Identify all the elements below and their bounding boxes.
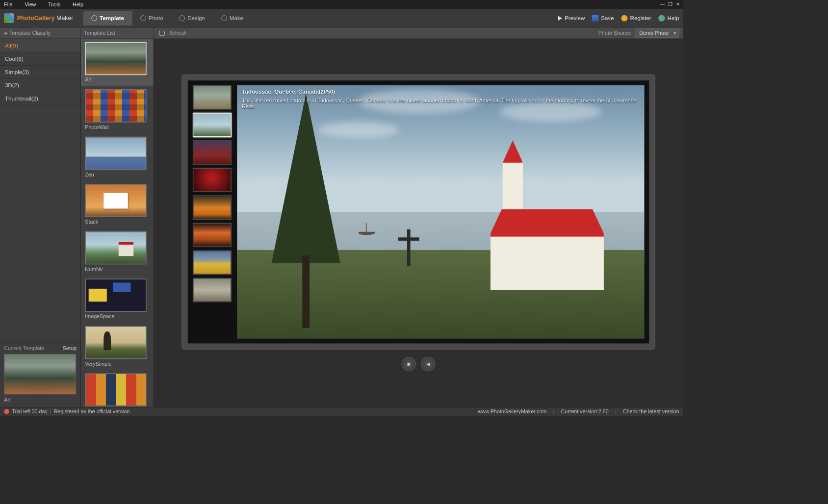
menu-help[interactable]: Help bbox=[73, 1, 83, 7]
template-thumb bbox=[85, 326, 146, 359]
template-item-art[interactable]: Art bbox=[81, 39, 154, 86]
action-label: Help bbox=[668, 15, 679, 21]
template-label: NumNv bbox=[85, 266, 149, 272]
statusbar: Trial left 30 day | Registered as the of… bbox=[0, 407, 683, 416]
classify-sidebar: All(9) Cool(6) Simple(3) 3D(2) Thumbnail… bbox=[0, 39, 81, 407]
template-list-header: Template List bbox=[81, 27, 154, 38]
classify-list: All(9) Cool(6) Simple(3) 3D(2) Thumbnail… bbox=[0, 39, 80, 343]
menubar: File View Tools Help — ❐ ✕ bbox=[0, 0, 683, 9]
logo-text-secondary: Maker bbox=[55, 15, 74, 22]
close-icon[interactable]: ✕ bbox=[676, 1, 680, 7]
rail-thumb[interactable] bbox=[193, 168, 232, 192]
tab-label: Make bbox=[230, 15, 243, 21]
make-icon bbox=[221, 15, 227, 21]
design-icon bbox=[180, 15, 185, 21]
template-item-numnv[interactable]: NumNv bbox=[81, 228, 154, 276]
photo-source-dropdown[interactable]: Demo Photo bbox=[635, 28, 679, 38]
template-item-zen[interactable]: Zen bbox=[81, 133, 154, 181]
classify-label: Template Classify bbox=[9, 30, 51, 36]
logo-text: PhotoGallery Maker bbox=[17, 15, 74, 22]
sound-button[interactable]: ◄ bbox=[421, 357, 436, 372]
setup-button[interactable]: Setup bbox=[63, 346, 77, 352]
preview-frame: Tadoussac, Quebec, Canada(2//50) This li… bbox=[181, 75, 655, 350]
rail-thumb[interactable] bbox=[193, 113, 232, 137]
tab-design[interactable]: Design bbox=[171, 11, 213, 25]
status-trial: Trial left 30 day bbox=[12, 408, 48, 414]
rail-thumb[interactable] bbox=[193, 223, 232, 248]
action-label: Save bbox=[601, 15, 614, 21]
toolbar-actions: Preview Save Register Help bbox=[558, 15, 679, 21]
template-item-imagespace[interactable]: ImageSpace bbox=[81, 276, 154, 323]
menu-view[interactable]: View bbox=[25, 1, 36, 7]
classify-item-thumbnail[interactable]: Thumbnail(2) bbox=[0, 92, 80, 105]
template-label: VerySimple bbox=[85, 361, 149, 367]
tab-template[interactable]: Template bbox=[83, 11, 132, 25]
preview-inner: Tadoussac, Quebec, Canada(2//50) This li… bbox=[188, 80, 649, 343]
classify-item-simple[interactable]: Simple(3) bbox=[0, 66, 80, 79]
photo-source-label: Photo Source: bbox=[598, 30, 632, 36]
subbar: ◂ Template Classify Template List Refres… bbox=[0, 27, 683, 39]
status-version: Current version:2.80 bbox=[561, 408, 609, 414]
playback-controls: ■ ◄ bbox=[401, 357, 435, 372]
rail-thumb[interactable] bbox=[193, 140, 232, 165]
template-item-photowall[interactable]: PhotoWall bbox=[81, 86, 154, 134]
stop-button[interactable]: ■ bbox=[401, 357, 416, 372]
rail-thumb[interactable] bbox=[193, 85, 232, 110]
help-icon bbox=[658, 15, 665, 21]
tab-label: Design bbox=[187, 15, 205, 21]
topbar: PhotoGallery Maker Template Photo Design… bbox=[0, 9, 683, 27]
refresh-button[interactable]: Refresh bbox=[154, 30, 187, 36]
photo-icon bbox=[140, 15, 146, 21]
menu-file[interactable]: File bbox=[4, 1, 12, 7]
template-label: Art bbox=[85, 77, 149, 83]
status-site[interactable]: www.PhotoGalleryMaker.com bbox=[478, 408, 546, 414]
preview-area: Tadoussac, Quebec, Canada(2//50) This li… bbox=[154, 39, 683, 407]
template-label: Stack bbox=[85, 219, 149, 225]
action-label: Register bbox=[630, 15, 651, 21]
minimize-icon[interactable]: — bbox=[660, 1, 665, 7]
template-thumb bbox=[85, 89, 146, 123]
classify-header: ◂ Template Classify bbox=[0, 27, 81, 38]
maximize-icon[interactable]: ❐ bbox=[668, 1, 673, 7]
rail-thumb[interactable] bbox=[193, 195, 232, 220]
logo-icon bbox=[4, 13, 14, 23]
template-thumb bbox=[85, 137, 146, 170]
warning-icon bbox=[4, 409, 9, 414]
classify-item-3d[interactable]: 3D(2) bbox=[0, 79, 80, 92]
template-label: PhotoWall bbox=[85, 124, 149, 130]
template-thumb bbox=[85, 373, 146, 406]
refresh-label: Refresh bbox=[168, 30, 187, 36]
save-button[interactable]: Save bbox=[592, 15, 614, 21]
photo-source: Photo Source: Demo Photo bbox=[598, 28, 683, 38]
status-check-version[interactable]: Check the latest version bbox=[623, 408, 679, 414]
rail-thumb[interactable] bbox=[193, 278, 232, 302]
template-item-stack[interactable]: Stack bbox=[81, 181, 154, 228]
template-item-verysimple[interactable]: VerySimple bbox=[81, 323, 154, 370]
tab-label: Photo bbox=[148, 15, 163, 21]
current-template-thumb bbox=[4, 354, 76, 395]
preview-button[interactable]: Preview bbox=[558, 15, 585, 21]
rail-thumb[interactable] bbox=[193, 251, 232, 275]
tab-photo[interactable]: Photo bbox=[132, 11, 171, 25]
current-template-name: Art bbox=[4, 397, 77, 403]
template-item-last[interactable] bbox=[81, 370, 154, 407]
tab-make[interactable]: Make bbox=[213, 11, 252, 25]
register-button[interactable]: Register bbox=[621, 15, 651, 21]
logo-text-primary: PhotoGallery bbox=[17, 15, 55, 22]
template-list[interactable]: Art PhotoWall Zen Stack NumNv ImageSpace… bbox=[81, 39, 154, 407]
chevron-left-icon[interactable]: ◂ bbox=[4, 30, 7, 36]
photo-description: This little red roofed church is in Tado… bbox=[242, 98, 639, 110]
thumbnail-rail bbox=[193, 85, 233, 338]
save-icon bbox=[592, 15, 598, 21]
app-logo: PhotoGallery Maker bbox=[4, 13, 73, 23]
play-icon bbox=[558, 16, 562, 21]
classify-item-all[interactable]: All(9) bbox=[0, 39, 80, 52]
current-template-panel: Current Template Setup Art bbox=[0, 343, 80, 407]
classify-item-cool[interactable]: Cool(6) bbox=[0, 52, 80, 65]
tab-label: Template bbox=[100, 15, 124, 21]
template-thumb bbox=[85, 42, 146, 76]
menu-tools[interactable]: Tools bbox=[48, 1, 60, 7]
main-tabs: Template Photo Design Make bbox=[83, 11, 251, 25]
help-button[interactable]: Help bbox=[658, 15, 679, 21]
current-template-heading: Current Template bbox=[4, 346, 44, 352]
